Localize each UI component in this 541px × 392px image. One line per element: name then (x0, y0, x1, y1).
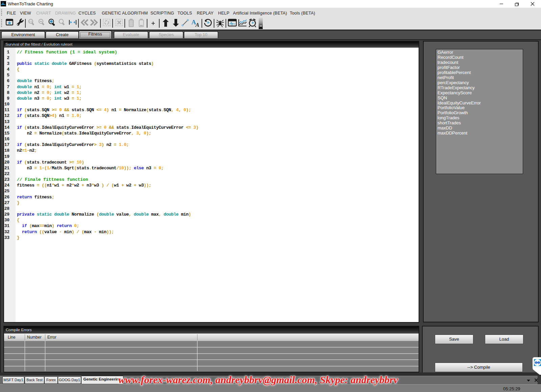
svg-text:A: A (195, 22, 199, 27)
svg-text:1:1: 1:1 (29, 20, 32, 23)
